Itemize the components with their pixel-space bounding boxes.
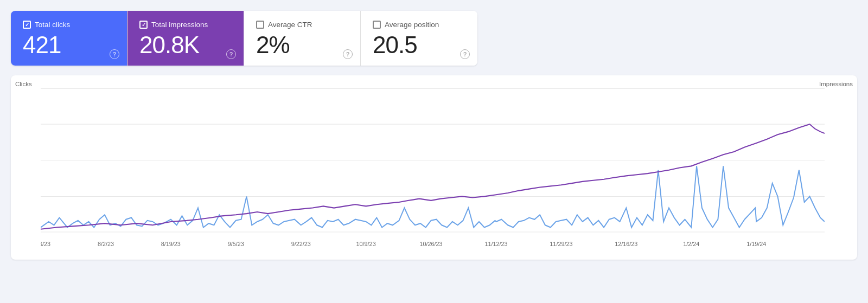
position-checkbox[interactable]: [373, 21, 381, 29]
impressions-value: 20.8K: [139, 32, 228, 58]
svg-text:10/9/23: 10/9/23: [356, 241, 376, 247]
impressions-label-text: Total impressions: [151, 21, 208, 29]
position-label-text: Average position: [385, 21, 439, 29]
metric-total-impressions[interactable]: Total impressions 20.8K ?: [127, 11, 244, 66]
metric-position-label: Average position: [373, 21, 462, 29]
y-right-label: Impressions: [819, 81, 857, 87]
clicks-help-icon[interactable]: ?: [110, 49, 119, 59]
svg-text:8/2/23: 8/2/23: [98, 241, 114, 247]
ctr-help-icon[interactable]: ?: [343, 49, 353, 59]
metric-clicks-label: Total clicks: [23, 21, 112, 29]
metrics-row: Total clicks 421 ? Total impressions 20.…: [11, 11, 477, 66]
y-left-label: Clicks: [11, 81, 32, 87]
impressions-checkbox[interactable]: [139, 21, 148, 29]
clicks-value: 421: [23, 32, 112, 58]
metric-impressions-label: Total impressions: [139, 21, 228, 29]
impressions-help-icon[interactable]: ?: [226, 49, 236, 59]
metric-average-ctr[interactable]: Average CTR 2% ?: [244, 11, 361, 66]
metric-ctr-label: Average CTR: [256, 21, 345, 29]
ctr-checkbox[interactable]: [256, 21, 264, 29]
svg-text:9/22/23: 9/22/23: [291, 241, 311, 247]
svg-text:1/19/24: 1/19/24: [746, 241, 766, 247]
svg-text:11/12/23: 11/12/23: [484, 241, 507, 247]
chart-area: Clicks Impressions 12 8 4 0 375 250 125 …: [11, 75, 857, 260]
ctr-value: 2%: [256, 32, 345, 58]
svg-text:9/5/23: 9/5/23: [228, 241, 244, 247]
svg-text:10/26/23: 10/26/23: [420, 241, 443, 247]
ctr-label-text: Average CTR: [268, 21, 312, 29]
line-chart: 12 8 4 0 375 250 125 0 7/16/23 8/2/23 8/…: [41, 83, 825, 252]
svg-text:7/16/23: 7/16/23: [41, 241, 50, 247]
clicks-label-text: Total clicks: [35, 21, 70, 29]
metric-total-clicks[interactable]: Total clicks 421 ?: [11, 11, 127, 66]
svg-text:1/2/24: 1/2/24: [683, 241, 699, 247]
clicks-checkbox[interactable]: [23, 21, 31, 29]
svg-text:8/19/23: 8/19/23: [161, 241, 181, 247]
position-help-icon[interactable]: ?: [460, 49, 470, 59]
main-container: Total clicks 421 ? Total impressions 20.…: [0, 0, 868, 303]
impressions-line: [41, 125, 825, 230]
svg-text:12/16/23: 12/16/23: [615, 241, 637, 247]
position-value: 20.5: [373, 32, 462, 58]
svg-text:11/29/23: 11/29/23: [550, 241, 572, 247]
metric-average-position[interactable]: Average position 20.5 ?: [361, 11, 477, 66]
